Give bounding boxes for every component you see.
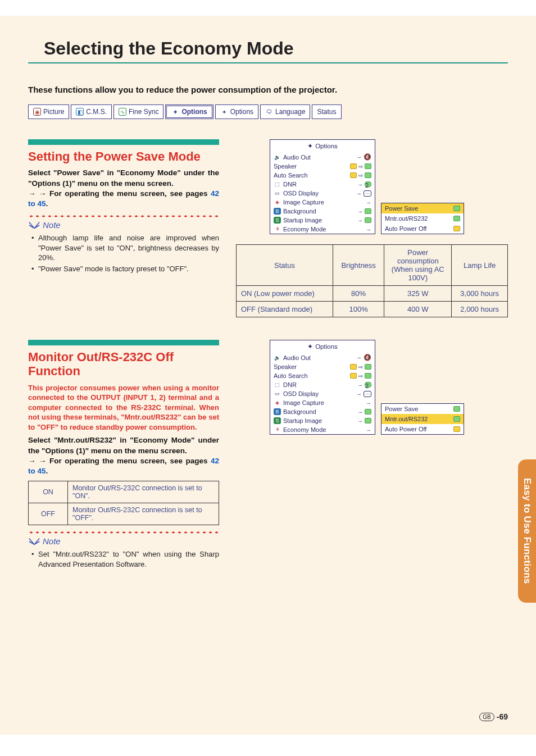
note-bullets: •Although lamp life and noise are improv… xyxy=(28,233,219,274)
cell-brightness: 100% xyxy=(333,302,384,317)
tab-cms[interactable]: ◧C.M.S. xyxy=(71,104,112,119)
table-row: ON Monitor Out/RS-232C connection is set… xyxy=(29,481,219,503)
cell-lamp-life: 2,000 hours xyxy=(452,302,508,317)
tab-label: Options xyxy=(181,108,207,116)
cell-status: OFF (Standard mode) xyxy=(237,302,333,317)
cross-ref-text: → → For operating the menu screen, see p… xyxy=(28,456,219,476)
instruction-text: Select "Mntr.out/RS232" in "Economy Mode… xyxy=(28,435,219,456)
value-indicator xyxy=(365,172,371,178)
tab-picture[interactable]: ◉Picture xyxy=(28,104,69,119)
osd-row-osd-display[interactable]: ▭OSD Display→⋯ xyxy=(270,389,375,398)
economy-mode-icon: ⚘ xyxy=(274,426,281,433)
osd-row-startup-image[interactable]: SStartup Image→ xyxy=(270,416,375,425)
note-bullet-2: "Power Save" mode is factory preset to "… xyxy=(38,264,189,274)
options-icon: ✦ xyxy=(307,343,313,350)
tab-fine-sync[interactable]: ∿Fine Sync xyxy=(113,104,163,119)
arrow-right-icon: → xyxy=(366,400,371,406)
period: . xyxy=(46,199,48,208)
table-row: OFF (Standard mode) 100% 400 W 2,000 hou… xyxy=(237,302,508,317)
background-icon: B xyxy=(274,408,281,415)
osd-row-osd-display[interactable]: ▭OSD Display→⋯ xyxy=(270,189,375,198)
submenu-row-auto-power-off[interactable]: Auto Power Off xyxy=(381,224,464,234)
page-number: GB -69 xyxy=(479,712,508,721)
speaker-mute-icon: 🔇 xyxy=(364,354,371,361)
osd-row-background[interactable]: BBackground→ xyxy=(270,207,375,216)
arrow-right-icon: → xyxy=(357,208,363,215)
osd-row-background[interactable]: BBackground→ xyxy=(270,407,375,416)
osd-row-auto-search[interactable]: Auto Search⇨ xyxy=(270,171,375,180)
dnr-icon: ⬚ xyxy=(274,381,281,388)
value-indicator xyxy=(365,217,371,223)
osd-row-auto-search[interactable]: Auto Search⇨ xyxy=(270,371,375,380)
arrow-right-icon: → xyxy=(357,409,363,415)
arrow-right-icon: ⇨ xyxy=(358,373,363,379)
osd-row-dnr[interactable]: ⬚DNR→2 xyxy=(270,180,375,189)
value-indicator xyxy=(365,409,371,415)
value-indicator xyxy=(365,373,371,379)
osd-row-speaker[interactable]: Speaker⇨ xyxy=(270,162,375,171)
bullet-icon: • xyxy=(31,549,36,569)
arrow-right-icon: → xyxy=(356,391,362,397)
value-indicator xyxy=(365,418,371,423)
menu-tab-bar: ◉Picture ◧C.M.S. ∿Fine Sync ✦Options ✦Op… xyxy=(28,104,508,119)
cell-key: ON xyxy=(29,481,68,503)
audio-out-icon: 🔉 xyxy=(274,354,281,361)
language-icon: 🗨 xyxy=(265,108,273,116)
submenu-row-power-save[interactable]: Power Save xyxy=(381,404,464,414)
tab-options-1[interactable]: ✦Options xyxy=(165,104,213,119)
toggle-indicator xyxy=(453,406,460,412)
tab-language[interactable]: 🗨Language xyxy=(260,104,310,119)
arrow-right-icon: → xyxy=(366,427,371,433)
cell-status: ON (Low power mode) xyxy=(237,286,333,302)
page-title: Selecting the Economy Mode xyxy=(44,38,508,59)
submenu-row-power-save[interactable]: Power Save xyxy=(381,203,464,213)
osd-display-icon: ▭ xyxy=(274,190,281,197)
toggle-indicator xyxy=(453,226,460,231)
arrow-right-icon: → xyxy=(357,217,363,224)
cell-key: OFF xyxy=(29,503,68,525)
section-heading-monitor-out: Monitor Out/RS-232C Off Function xyxy=(28,350,219,379)
tab-label: Options xyxy=(230,108,253,116)
table-row: ON (Low power mode) 80% 325 W 3,000 hour… xyxy=(237,286,508,302)
osd-row-economy-mode[interactable]: ⚘Economy Mode→ xyxy=(270,225,375,234)
submenu-row-mntr-out[interactable]: Mntr.out/RS232 xyxy=(381,213,464,224)
tab-options-2[interactable]: ✦Options xyxy=(215,104,258,119)
osd-row-startup-image[interactable]: SStartup Image→ xyxy=(270,216,375,225)
bullet-icon: • xyxy=(31,264,36,274)
osd-options-menu: ✦Options 🔉Audio Out→🔇 Speaker⇨ Auto Sear… xyxy=(270,139,375,234)
submenu-economy-mode-1: Power Save Mntr.out/RS232 Auto Power Off xyxy=(381,203,464,234)
dotted-separator xyxy=(28,531,219,534)
arrow-right-icon: ⇨ xyxy=(358,163,363,170)
fine-sync-icon: ∿ xyxy=(119,108,126,116)
osd-row-image-capture[interactable]: ◈Image Capture→ xyxy=(270,198,375,207)
section-marker xyxy=(28,139,219,145)
warning-text: This projector consumes power when using… xyxy=(28,383,219,432)
value-indicator xyxy=(365,163,371,169)
note-bullet-1: Set "Mntr.out/RS232" to "ON" when using … xyxy=(38,549,219,569)
audio-out-icon: 🔉 xyxy=(274,154,281,161)
arrow-right-icon: → xyxy=(356,354,362,361)
bullet-icon: • xyxy=(31,233,36,263)
osd-row-image-capture[interactable]: ◈Image Capture→ xyxy=(270,398,375,407)
arrow-right-icon: → xyxy=(366,226,371,233)
note-bullets: •Set "Mntr.out/RS232" to "ON" when using… xyxy=(28,549,219,569)
section-marker xyxy=(28,340,219,345)
submenu-row-mntr-out[interactable]: Mntr.out/RS232 xyxy=(381,414,464,424)
osd-row-dnr[interactable]: ⬚DNR→2 xyxy=(270,380,375,389)
submenu-row-auto-power-off[interactable]: Auto Power Off xyxy=(381,424,464,434)
picture-icon: ◉ xyxy=(33,108,41,116)
osd-row-speaker[interactable]: Speaker⇨ xyxy=(270,362,375,371)
cell-brightness: 80% xyxy=(333,286,384,302)
toggle-indicator xyxy=(453,426,460,432)
tab-status[interactable]: Status xyxy=(312,104,341,119)
tab-label: Language xyxy=(275,108,305,116)
osd-row-audio-out[interactable]: 🔉Audio Out→🔇 xyxy=(270,152,375,162)
value-indicator: ⋯ xyxy=(364,190,371,197)
arrow-icon: → xyxy=(28,457,39,465)
osd-row-economy-mode[interactable]: ⚘Economy Mode→ xyxy=(270,425,375,434)
toggle-indicator xyxy=(453,206,460,211)
toggle-indicator xyxy=(453,216,460,221)
section-heading-power-save: Setting the Power Save Mode xyxy=(28,149,219,163)
osd-row-audio-out[interactable]: 🔉Audio Out→🔇 xyxy=(270,353,375,362)
dnr-icon: ⬚ xyxy=(274,181,281,188)
